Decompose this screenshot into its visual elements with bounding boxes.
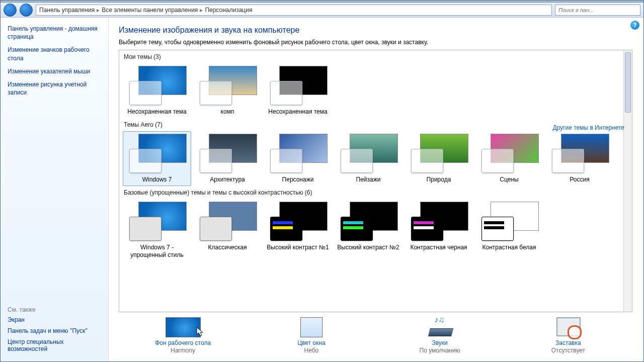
theme-label: Контрастная белая (476, 244, 542, 251)
theme-item[interactable]: Пейзажи (334, 131, 403, 186)
cursor-icon (196, 327, 204, 337)
theme-label: Высокий контраст №2 (336, 244, 401, 251)
chevron-right-icon: ▸ (97, 7, 100, 14)
theme-item[interactable]: комп (193, 63, 262, 118)
theme-item[interactable]: Сцены (475, 131, 543, 186)
theme-item[interactable]: Высокий контраст №2 (334, 199, 403, 261)
action-title: Заставка (518, 339, 618, 346)
theme-item[interactable]: Природа (405, 131, 473, 186)
theme-list-pane: Мои темы (3) Несохраненная тема комп (119, 50, 632, 312)
personalization-window: Панель управления ▸ Все элементы панели … (0, 0, 644, 362)
theme-item[interactable]: Россия (545, 131, 614, 186)
main-content: ? Изменение изображения и звука на компь… (109, 18, 643, 361)
breadcrumb-item[interactable]: Все элементы панели управления (102, 7, 198, 14)
theme-item[interactable]: Контрастная черная (405, 199, 473, 261)
theme-item[interactable]: Несохраненная тема (264, 63, 332, 118)
window-color-button[interactable]: Цвет окна Небо (261, 317, 362, 354)
theme-label: Природа (406, 176, 471, 184)
see-also-header: См. также (8, 306, 101, 313)
action-title: Фон рабочего стола (133, 339, 233, 346)
screensaver-icon (550, 317, 586, 337)
theme-label: Windows 7 (124, 176, 190, 184)
theme-label: комп (195, 108, 260, 116)
search-input[interactable] (555, 5, 640, 16)
action-title: Звуки (389, 339, 490, 346)
theme-label: Несохраненная тема (124, 108, 190, 116)
sidebar-link-mouse-pointers[interactable]: Изменение указателей мыши (8, 67, 101, 75)
theme-item[interactable]: Несохраненная тема (123, 63, 191, 118)
sounds-icon (422, 317, 457, 337)
sounds-button[interactable]: Звуки По умолчанию (389, 317, 490, 354)
action-value: По умолчанию (389, 347, 490, 354)
action-value: Небо (261, 347, 362, 354)
theme-label: Windows 7 - упрощенный стиль (124, 244, 190, 259)
see-also-display[interactable]: Экран (8, 316, 101, 323)
page-title: Изменение изображения и звука на компьют… (119, 26, 632, 35)
theme-item-selected[interactable]: Windows 7 (123, 131, 191, 186)
theme-label: Несохраненная тема (265, 108, 331, 116)
theme-label: Персонажи (265, 176, 331, 184)
breadcrumb[interactable]: Панель управления ▸ Все элементы панели … (36, 5, 552, 16)
help-icon[interactable]: ? (630, 21, 639, 30)
online-themes-link[interactable]: Другие темы в Интернете (552, 124, 624, 131)
theme-item[interactable]: Windows 7 - упрощенный стиль (123, 199, 191, 261)
sidebar: Панель управления - домашняя страница Из… (1, 18, 109, 361)
theme-item[interactable]: Контрастная белая (475, 199, 543, 261)
theme-item[interactable]: Персонажи (264, 131, 332, 186)
section-header: Базовые (упрощенные) темы и темы с высок… (124, 189, 629, 196)
theme-label: Россия (547, 176, 612, 184)
theme-label: Высокий контраст №1 (265, 244, 331, 251)
nav-forward-button[interactable] (20, 4, 33, 17)
action-title: Цвет окна (261, 339, 362, 346)
sidebar-home-link[interactable]: Панель управления - домашняя страница (8, 25, 101, 41)
see-also-taskbar[interactable]: Панель задач и меню ''Пуск'' (8, 327, 101, 334)
body: Панель управления - домашняя страница Из… (1, 18, 643, 361)
desktop-background-icon (166, 317, 201, 337)
theme-label: Архитектура (195, 176, 260, 184)
breadcrumb-item[interactable]: Персонализация (205, 7, 252, 14)
breadcrumb-item[interactable]: Панель управления (39, 7, 95, 14)
see-also: См. также Экран Панель задач и меню ''Пу… (8, 306, 101, 356)
section-my-themes: Мои темы (3) Несохраненная тема комп (122, 53, 629, 118)
theme-label: Контрастная черная (406, 244, 471, 251)
nav-back-button[interactable] (4, 4, 17, 17)
screensaver-button[interactable]: Заставка Отсутствует (518, 317, 618, 354)
theme-label: Сцены (476, 176, 542, 184)
address-bar: Панель управления ▸ Все элементы панели … (1, 3, 643, 18)
section-header: Мои темы (3) (124, 53, 629, 60)
section-basic-themes: Базовые (упрощенные) темы и темы с высок… (122, 189, 629, 261)
section-aero-themes: Другие темы в Интернете Темы Aero (7) Wi… (122, 121, 629, 186)
action-value: Отсутствует (518, 347, 618, 354)
desktop-background-button[interactable]: Фон рабочего стола Harmony (133, 317, 233, 354)
theme-item[interactable]: Высокий контраст №1 (264, 199, 332, 261)
theme-label: Классическая (195, 244, 260, 251)
chevron-right-icon: ▸ (200, 7, 203, 14)
theme-label: Пейзажи (336, 176, 401, 184)
window-color-icon (300, 317, 323, 337)
see-also-accessibility[interactable]: Центр специальных возможностей (8, 338, 101, 352)
bottom-actions: Фон рабочего стола Harmony Цвет окна Неб… (119, 312, 632, 361)
action-value: Harmony (133, 347, 233, 354)
theme-item[interactable]: Архитектура (193, 131, 262, 186)
page-subtitle: Выберите тему, чтобы одновременно измени… (119, 39, 632, 46)
sidebar-link-account-picture[interactable]: Изменение рисунка учетной записи (8, 80, 101, 97)
sidebar-link-desktop-icons[interactable]: Изменение значков рабочего стола (8, 46, 101, 62)
theme-item[interactable]: Классическая (193, 199, 262, 261)
